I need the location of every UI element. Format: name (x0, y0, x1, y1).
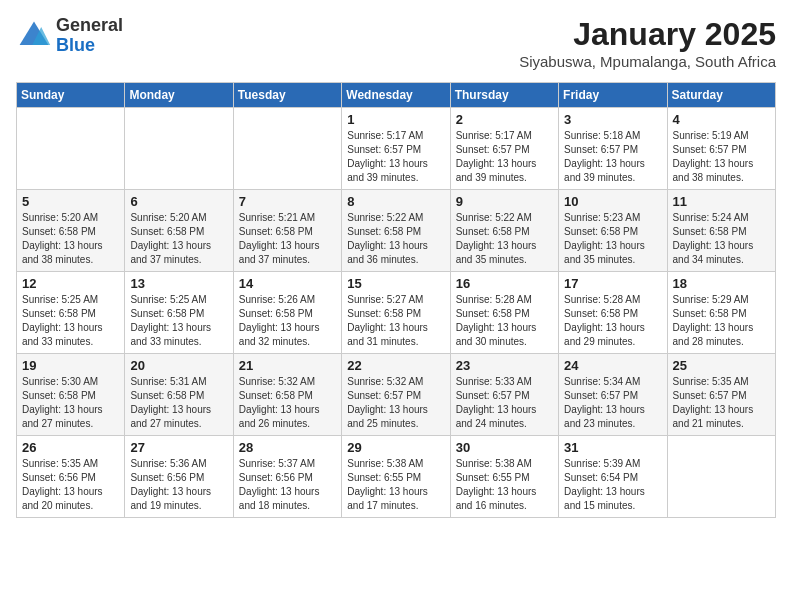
cell-info: Sunrise: 5:25 AMSunset: 6:58 PMDaylight:… (22, 293, 119, 349)
day-header-monday: Monday (125, 83, 233, 108)
cell-date-number: 4 (673, 112, 770, 127)
calendar-cell: 10Sunrise: 5:23 AMSunset: 6:58 PMDayligh… (559, 190, 667, 272)
cell-date-number: 24 (564, 358, 661, 373)
cell-date-number: 16 (456, 276, 553, 291)
calendar-cell: 24Sunrise: 5:34 AMSunset: 6:57 PMDayligh… (559, 354, 667, 436)
calendar-cell: 20Sunrise: 5:31 AMSunset: 6:58 PMDayligh… (125, 354, 233, 436)
cell-date-number: 6 (130, 194, 227, 209)
cell-date-number: 9 (456, 194, 553, 209)
cell-info: Sunrise: 5:35 AMSunset: 6:57 PMDaylight:… (673, 375, 770, 431)
cell-date-number: 2 (456, 112, 553, 127)
cell-info: Sunrise: 5:21 AMSunset: 6:58 PMDaylight:… (239, 211, 336, 267)
cell-date-number: 14 (239, 276, 336, 291)
cell-date-number: 17 (564, 276, 661, 291)
cell-info: Sunrise: 5:24 AMSunset: 6:58 PMDaylight:… (673, 211, 770, 267)
calendar-cell: 3Sunrise: 5:18 AMSunset: 6:57 PMDaylight… (559, 108, 667, 190)
cell-info: Sunrise: 5:26 AMSunset: 6:58 PMDaylight:… (239, 293, 336, 349)
cell-info: Sunrise: 5:23 AMSunset: 6:58 PMDaylight:… (564, 211, 661, 267)
cell-info: Sunrise: 5:34 AMSunset: 6:57 PMDaylight:… (564, 375, 661, 431)
cell-info: Sunrise: 5:35 AMSunset: 6:56 PMDaylight:… (22, 457, 119, 513)
cell-date-number: 23 (456, 358, 553, 373)
cell-date-number: 7 (239, 194, 336, 209)
calendar-week-row: 1Sunrise: 5:17 AMSunset: 6:57 PMDaylight… (17, 108, 776, 190)
logo: General Blue (16, 16, 123, 56)
calendar-cell: 5Sunrise: 5:20 AMSunset: 6:58 PMDaylight… (17, 190, 125, 272)
title-block: January 2025 Siyabuswa, Mpumalanga, Sout… (519, 16, 776, 70)
calendar-cell: 21Sunrise: 5:32 AMSunset: 6:58 PMDayligh… (233, 354, 341, 436)
calendar-week-row: 5Sunrise: 5:20 AMSunset: 6:58 PMDaylight… (17, 190, 776, 272)
cell-info: Sunrise: 5:33 AMSunset: 6:57 PMDaylight:… (456, 375, 553, 431)
calendar-cell: 7Sunrise: 5:21 AMSunset: 6:58 PMDaylight… (233, 190, 341, 272)
calendar-cell: 14Sunrise: 5:26 AMSunset: 6:58 PMDayligh… (233, 272, 341, 354)
calendar-cell (125, 108, 233, 190)
cell-date-number: 5 (22, 194, 119, 209)
cell-date-number: 12 (22, 276, 119, 291)
calendar-header-row: SundayMondayTuesdayWednesdayThursdayFrid… (17, 83, 776, 108)
calendar-cell: 4Sunrise: 5:19 AMSunset: 6:57 PMDaylight… (667, 108, 775, 190)
page-header: General Blue January 2025 Siyabuswa, Mpu… (16, 16, 776, 70)
logo-blue-label: Blue (56, 36, 123, 56)
calendar-cell: 28Sunrise: 5:37 AMSunset: 6:56 PMDayligh… (233, 436, 341, 518)
cell-info: Sunrise: 5:32 AMSunset: 6:57 PMDaylight:… (347, 375, 444, 431)
day-header-wednesday: Wednesday (342, 83, 450, 108)
calendar-cell: 8Sunrise: 5:22 AMSunset: 6:58 PMDaylight… (342, 190, 450, 272)
cell-info: Sunrise: 5:31 AMSunset: 6:58 PMDaylight:… (130, 375, 227, 431)
cell-date-number: 26 (22, 440, 119, 455)
calendar-week-row: 19Sunrise: 5:30 AMSunset: 6:58 PMDayligh… (17, 354, 776, 436)
cell-info: Sunrise: 5:22 AMSunset: 6:58 PMDaylight:… (456, 211, 553, 267)
cell-info: Sunrise: 5:22 AMSunset: 6:58 PMDaylight:… (347, 211, 444, 267)
cell-date-number: 21 (239, 358, 336, 373)
cell-date-number: 30 (456, 440, 553, 455)
cell-info: Sunrise: 5:32 AMSunset: 6:58 PMDaylight:… (239, 375, 336, 431)
cell-date-number: 1 (347, 112, 444, 127)
day-header-saturday: Saturday (667, 83, 775, 108)
calendar-cell: 22Sunrise: 5:32 AMSunset: 6:57 PMDayligh… (342, 354, 450, 436)
cell-date-number: 3 (564, 112, 661, 127)
calendar-cell: 18Sunrise: 5:29 AMSunset: 6:58 PMDayligh… (667, 272, 775, 354)
calendar-cell: 30Sunrise: 5:38 AMSunset: 6:55 PMDayligh… (450, 436, 558, 518)
calendar-cell (233, 108, 341, 190)
cell-date-number: 22 (347, 358, 444, 373)
cell-info: Sunrise: 5:39 AMSunset: 6:54 PMDaylight:… (564, 457, 661, 513)
cell-date-number: 27 (130, 440, 227, 455)
calendar-cell: 17Sunrise: 5:28 AMSunset: 6:58 PMDayligh… (559, 272, 667, 354)
cell-date-number: 11 (673, 194, 770, 209)
cell-info: Sunrise: 5:37 AMSunset: 6:56 PMDaylight:… (239, 457, 336, 513)
cell-date-number: 13 (130, 276, 227, 291)
calendar-cell: 31Sunrise: 5:39 AMSunset: 6:54 PMDayligh… (559, 436, 667, 518)
calendar-cell: 12Sunrise: 5:25 AMSunset: 6:58 PMDayligh… (17, 272, 125, 354)
cell-date-number: 10 (564, 194, 661, 209)
calendar-cell: 29Sunrise: 5:38 AMSunset: 6:55 PMDayligh… (342, 436, 450, 518)
calendar-cell: 27Sunrise: 5:36 AMSunset: 6:56 PMDayligh… (125, 436, 233, 518)
calendar-week-row: 12Sunrise: 5:25 AMSunset: 6:58 PMDayligh… (17, 272, 776, 354)
cell-info: Sunrise: 5:17 AMSunset: 6:57 PMDaylight:… (347, 129, 444, 185)
calendar-cell (17, 108, 125, 190)
calendar-cell: 1Sunrise: 5:17 AMSunset: 6:57 PMDaylight… (342, 108, 450, 190)
calendar-cell: 2Sunrise: 5:17 AMSunset: 6:57 PMDaylight… (450, 108, 558, 190)
cell-info: Sunrise: 5:28 AMSunset: 6:58 PMDaylight:… (564, 293, 661, 349)
logo-icon (16, 18, 52, 54)
day-header-tuesday: Tuesday (233, 83, 341, 108)
cell-date-number: 19 (22, 358, 119, 373)
cell-info: Sunrise: 5:28 AMSunset: 6:58 PMDaylight:… (456, 293, 553, 349)
cell-date-number: 29 (347, 440, 444, 455)
cell-date-number: 28 (239, 440, 336, 455)
month-title: January 2025 (519, 16, 776, 53)
cell-date-number: 31 (564, 440, 661, 455)
cell-info: Sunrise: 5:17 AMSunset: 6:57 PMDaylight:… (456, 129, 553, 185)
cell-info: Sunrise: 5:38 AMSunset: 6:55 PMDaylight:… (456, 457, 553, 513)
day-header-sunday: Sunday (17, 83, 125, 108)
calendar-table: SundayMondayTuesdayWednesdayThursdayFrid… (16, 82, 776, 518)
calendar-cell: 23Sunrise: 5:33 AMSunset: 6:57 PMDayligh… (450, 354, 558, 436)
logo-text: General Blue (56, 16, 123, 56)
cell-date-number: 20 (130, 358, 227, 373)
cell-date-number: 15 (347, 276, 444, 291)
cell-info: Sunrise: 5:36 AMSunset: 6:56 PMDaylight:… (130, 457, 227, 513)
calendar-cell: 13Sunrise: 5:25 AMSunset: 6:58 PMDayligh… (125, 272, 233, 354)
calendar-cell: 26Sunrise: 5:35 AMSunset: 6:56 PMDayligh… (17, 436, 125, 518)
day-header-thursday: Thursday (450, 83, 558, 108)
cell-date-number: 18 (673, 276, 770, 291)
calendar-cell: 19Sunrise: 5:30 AMSunset: 6:58 PMDayligh… (17, 354, 125, 436)
calendar-cell: 15Sunrise: 5:27 AMSunset: 6:58 PMDayligh… (342, 272, 450, 354)
day-header-friday: Friday (559, 83, 667, 108)
